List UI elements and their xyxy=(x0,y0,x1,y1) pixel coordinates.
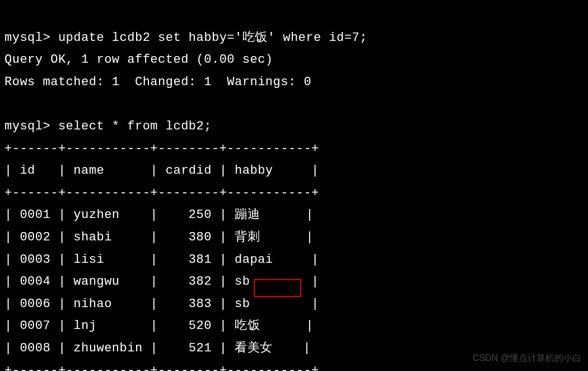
table-row: | 0008 | zhuwenbin | 521 | 看美女 | xyxy=(4,341,311,355)
table-border: +------+-----------+--------+-----------… xyxy=(4,364,319,372)
update-command: update lcdb2 set habby='吃饭' where id=7; xyxy=(58,31,367,45)
table-row: | 0002 | shabi | 380 | 背刺 | xyxy=(4,230,314,244)
table-row: | 0004 | wangwu | 382 | sb | xyxy=(4,275,319,289)
table-row: | 0006 | nihao | 383 | sb | xyxy=(4,297,319,311)
terminal-output: mysql> update lcdb2 set habby='吃饭' where… xyxy=(4,4,584,371)
table-row: | 0003 | lisi | 381 | dapai | xyxy=(4,253,319,267)
table-row: | 0007 | lnj | 520 | 吃饭 | xyxy=(4,319,314,333)
prompt: mysql> xyxy=(4,119,50,133)
rows-matched-line: Rows matched: 1 Changed: 1 Warnings: 0 xyxy=(4,75,311,89)
prompt: mysql> xyxy=(4,31,50,45)
table-border: +------+-----------+--------+-----------… xyxy=(4,186,319,200)
table-header: | id | name | cardid | habby | xyxy=(4,164,319,178)
table-border: +------+-----------+--------+-----------… xyxy=(4,142,319,156)
table-row: | 0001 | yuzhen | 250 | 蹦迪 | xyxy=(4,208,314,222)
watermark: CSDN @懂点计算机的小白 xyxy=(473,350,581,367)
query-ok-line: Query OK, 1 row affected (0.00 sec) xyxy=(4,53,273,67)
select-command: select * from lcdb2; xyxy=(58,119,212,133)
